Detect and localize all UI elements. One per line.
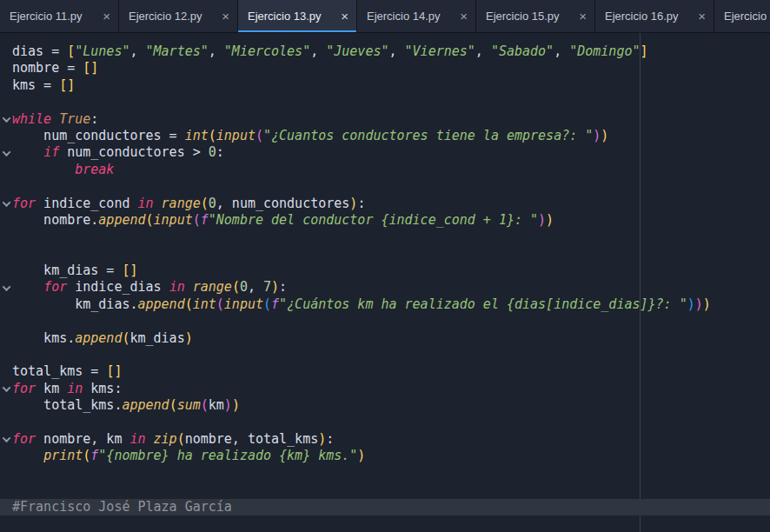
fold-chevron-icon[interactable] xyxy=(0,381,12,397)
tab-label: Ejercicio 13.py xyxy=(248,10,322,23)
gutter xyxy=(0,313,12,329)
code-text: for nombre, km in zip(nombre, total_kms)… xyxy=(12,431,334,448)
gutter xyxy=(0,499,12,515)
code-text: for indice_dias in range(0, 7): xyxy=(12,279,287,296)
code-line[interactable]: #Francisco José Plaza García xyxy=(0,499,770,515)
tab-close-icon[interactable]: × xyxy=(579,10,587,23)
code-text: nombre = [] xyxy=(12,60,98,76)
code-line[interactable]: for nombre, km in zip(nombre, total_kms)… xyxy=(0,431,770,448)
tab-close-icon[interactable]: × xyxy=(222,10,229,23)
code-line[interactable]: while True: xyxy=(0,111,770,128)
code-text: km_dias = [] xyxy=(12,263,138,279)
code-text: for indice_cond in range(0, num_conducto… xyxy=(12,196,365,212)
code-text: km_dias.append(int(input(f"¿Cuántos km h… xyxy=(12,296,711,313)
tab[interactable]: Ejercicio 12.py× xyxy=(119,0,238,32)
code-line[interactable]: for km in kms: xyxy=(0,381,770,397)
tab-label: Ejercicio 11.py xyxy=(10,10,83,23)
code-line[interactable]: if num_conductores > 0: xyxy=(0,144,770,161)
tab[interactable]: Ejercicio 14.py× xyxy=(357,0,476,32)
gutter xyxy=(0,397,12,414)
fold-chevron-icon[interactable] xyxy=(0,431,12,448)
gutter xyxy=(0,178,12,195)
code-text: num_conductores = int(input("¿Cuantos co… xyxy=(12,128,608,144)
gutter xyxy=(0,263,12,279)
code-text: kms.append(km_dias) xyxy=(12,330,193,347)
code-editor-window: Ejercicio 11.py×Ejercicio 12.py×Ejercici… xyxy=(0,0,770,532)
code-text: #Francisco José Plaza García xyxy=(12,499,232,515)
code-text: while True: xyxy=(12,111,98,128)
code-line[interactable] xyxy=(0,482,770,498)
tab[interactable]: Ejercicio xyxy=(714,0,770,32)
code-line[interactable] xyxy=(0,347,770,363)
code-line[interactable] xyxy=(0,94,770,110)
code-line[interactable]: num_conductores = int(input("¿Cuantos co… xyxy=(0,128,770,144)
tab-close-icon[interactable]: × xyxy=(698,10,706,23)
tab-label: Ejercicio 14.py xyxy=(367,10,441,23)
tab[interactable]: Ejercicio 15.py× xyxy=(476,0,595,32)
tab-close-icon[interactable]: × xyxy=(103,10,110,23)
code-area: dias = ["Lunes", "Martes", "Miercoles", … xyxy=(0,33,770,515)
tab[interactable]: Ejercicio 11.py× xyxy=(0,0,119,32)
code-text: if num_conductores > 0: xyxy=(12,144,224,161)
gutter xyxy=(0,246,12,263)
gutter xyxy=(0,465,12,482)
code-line[interactable]: kms.append(km_dias) xyxy=(0,330,770,347)
code-line[interactable] xyxy=(0,246,770,263)
tab-label: Ejercicio 12.py xyxy=(129,10,202,23)
gutter xyxy=(0,128,12,144)
gutter xyxy=(0,482,12,498)
gutter xyxy=(0,212,12,229)
tab-close-icon[interactable]: × xyxy=(460,10,468,23)
gutter xyxy=(0,347,12,363)
gutter xyxy=(0,296,12,313)
editor[interactable]: dias = ["Lunes", "Martes", "Miercoles", … xyxy=(0,33,770,532)
code-text: for km in kms: xyxy=(12,381,122,397)
code-line[interactable]: km_dias = [] xyxy=(0,263,770,279)
tab-label: Ejercicio 16.py xyxy=(605,10,679,23)
code-line[interactable] xyxy=(0,465,770,482)
code-text: nombre.append(input(f"Nombre del conduct… xyxy=(12,212,554,229)
code-text: dias = ["Lunes", "Martes", "Miercoles", … xyxy=(12,43,648,60)
code-line[interactable]: print(f"{nombre} ha realizado {km} kms."… xyxy=(0,448,770,464)
code-text: print(f"{nombre} ha realizado {km} kms."… xyxy=(12,448,365,464)
code-text: kms = [] xyxy=(12,77,75,94)
fold-chevron-icon[interactable] xyxy=(0,196,12,212)
gutter xyxy=(0,229,12,245)
gutter xyxy=(0,363,12,380)
tab-label: Ejercicio 15.py xyxy=(486,10,560,23)
code-line[interactable]: kms = [] xyxy=(0,77,770,94)
fold-chevron-icon[interactable] xyxy=(0,111,12,128)
code-line[interactable] xyxy=(0,229,770,245)
gutter xyxy=(0,77,12,94)
code-line[interactable]: for indice_dias in range(0, 7): xyxy=(0,279,770,296)
gutter xyxy=(0,415,12,431)
code-line[interactable]: nombre = [] xyxy=(0,60,770,76)
code-text: total_kms.append(sum(km)) xyxy=(12,397,240,414)
code-line[interactable]: km_dias.append(int(input(f"¿Cuántos km h… xyxy=(0,296,770,313)
code-line[interactable]: dias = ["Lunes", "Martes", "Miercoles", … xyxy=(0,43,770,60)
code-line[interactable]: for indice_cond in range(0, num_conducto… xyxy=(0,196,770,212)
code-line[interactable]: total_kms.append(sum(km)) xyxy=(0,397,770,414)
code-line[interactable]: nombre.append(input(f"Nombre del conduct… xyxy=(0,212,770,229)
code-text: break xyxy=(12,162,114,178)
tab-bar: Ejercicio 11.py×Ejercicio 12.py×Ejercici… xyxy=(0,0,770,33)
code-line[interactable]: total_kms = [] xyxy=(0,363,770,380)
code-line[interactable] xyxy=(0,178,770,195)
gutter xyxy=(0,330,12,347)
gutter xyxy=(0,94,12,110)
tab-label: Ejercicio xyxy=(724,10,767,23)
gutter xyxy=(0,43,12,60)
code-line[interactable]: break xyxy=(0,162,770,178)
tab[interactable]: Ejercicio 13.py× xyxy=(238,0,357,32)
tab[interactable]: Ejercicio 16.py× xyxy=(595,0,714,32)
fold-chevron-icon[interactable] xyxy=(0,279,12,296)
gutter xyxy=(0,162,12,178)
gutter xyxy=(0,448,12,464)
fold-chevron-icon[interactable] xyxy=(0,144,12,161)
code-text: total_kms = [] xyxy=(12,363,122,380)
code-line[interactable] xyxy=(0,313,770,329)
gutter xyxy=(0,60,12,76)
tab-close-icon[interactable]: × xyxy=(341,10,348,23)
code-line[interactable] xyxy=(0,415,770,431)
